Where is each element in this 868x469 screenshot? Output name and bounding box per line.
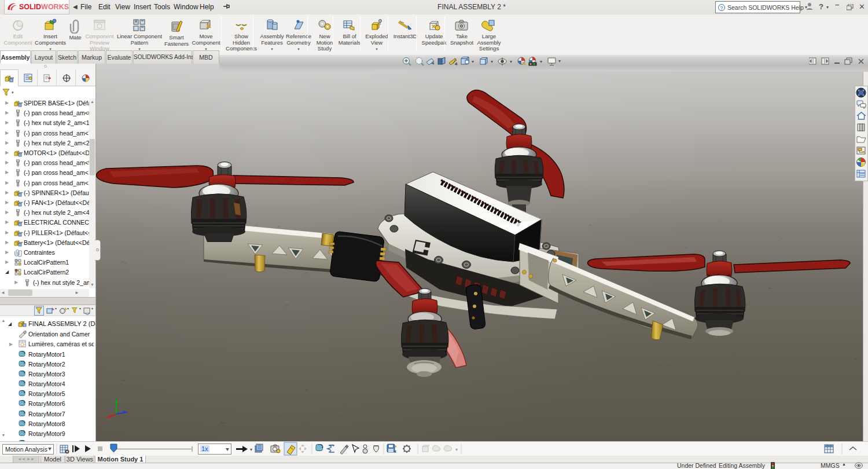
svg-text:▾: ▾ xyxy=(491,59,493,64)
svg-text:▾: ▾ xyxy=(455,447,458,452)
svg-text:x: x xyxy=(394,449,396,453)
svg-text:▾: ▾ xyxy=(540,59,542,64)
svg-text:▾: ▾ xyxy=(510,59,512,64)
svg-text:▾: ▾ xyxy=(472,59,474,64)
svg-text:▾: ▾ xyxy=(250,447,252,452)
